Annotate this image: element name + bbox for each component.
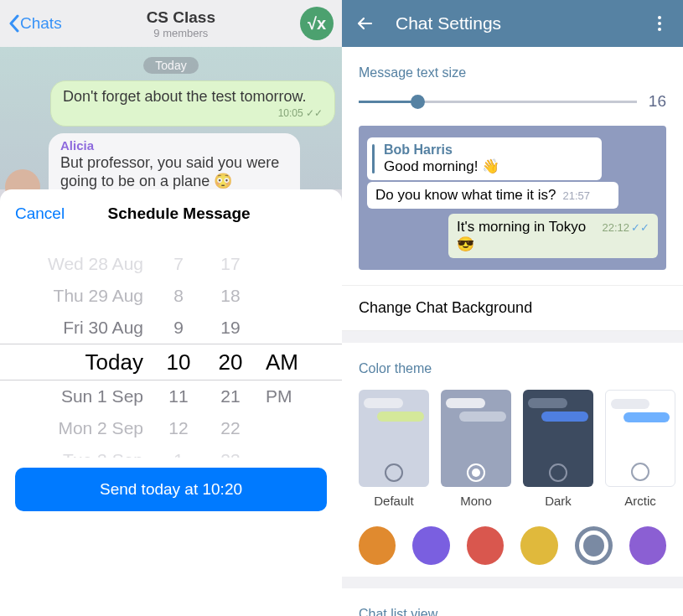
- chat-title-region[interactable]: CS Class 9 members: [65, 8, 297, 39]
- settings-title: Chat Settings: [396, 13, 648, 34]
- themes-row: Default .tp-radio.sel::after{background:…: [342, 381, 683, 515]
- chat-header: Chats CS Class 9 members √x: [0, 0, 342, 47]
- back-button[interactable]: Chats: [8, 14, 62, 33]
- text-size-label: Message text size: [342, 47, 683, 85]
- read-checks-icon: ✓✓: [631, 221, 649, 234]
- chat-title: CS Class: [65, 8, 297, 27]
- preview-line2: Do you know what time it is?: [375, 187, 556, 204]
- slider-thumb[interactable]: [411, 95, 425, 109]
- group-avatar-icon: √x: [308, 14, 326, 34]
- change-background-label: Change Chat Background: [359, 299, 532, 316]
- section-divider: [342, 331, 683, 343]
- chat-subtitle: 9 members: [65, 27, 297, 39]
- preview-time2: 21:57: [562, 189, 590, 202]
- left-pane-ios-schedule: Chats CS Class 9 members √x Today Don't …: [0, 0, 342, 616]
- schedule-sheet: Cancel Schedule Message Wed 28 Aug717 Th…: [0, 189, 342, 616]
- accent-yellow[interactable]: [520, 526, 557, 565]
- datetime-picker[interactable]: Wed 28 Aug717 Thu 29 Aug818 Fri 30 Aug91…: [0, 248, 342, 458]
- theme-name: Default: [359, 494, 429, 508]
- right-pane-android-settings: Chat Settings Message text size 16 Bob H…: [342, 0, 683, 616]
- chat-list-view-label: Chat list view: [342, 588, 683, 616]
- chevron-left-icon: [8, 14, 20, 33]
- sheet-title: Schedule Message: [31, 204, 327, 223]
- date-separator: Today: [143, 57, 198, 74]
- settings-header: Chat Settings: [342, 0, 683, 47]
- preview-line3: It's morning in Tokyo 😎: [457, 219, 597, 253]
- chat-body: Today Don't forget about the test tomorr…: [0, 47, 342, 189]
- theme-mono[interactable]: .tp-radio.sel::after{background:#fff} Mo…: [441, 390, 511, 508]
- more-button[interactable]: [648, 12, 671, 35]
- accent-colors-row: [342, 515, 683, 577]
- send-button-label: Send today at 10:20: [100, 480, 242, 499]
- section-divider: [342, 577, 683, 588]
- message-text: Don't forget about the test tomorrow.: [63, 88, 307, 105]
- text-size-slider[interactable]: [359, 101, 637, 103]
- accent-orange[interactable]: [359, 526, 396, 565]
- preview-sender-name: Bob Harris: [384, 142, 593, 158]
- back-label: Chats: [20, 14, 62, 33]
- more-vertical-icon: [658, 16, 661, 31]
- preview-incoming-message: Do you know what time it is? 21:57: [367, 182, 618, 209]
- svg-point-1: [658, 22, 661, 25]
- preview-outgoing-message: It's morning in Tokyo 😎 22:12 ✓✓: [448, 214, 658, 258]
- theme-name: Mono: [441, 494, 511, 508]
- color-theme-label: Color theme: [342, 343, 683, 381]
- accent-steel-selected[interactable]: [575, 526, 613, 565]
- preview-line1: Good morning! 👋: [384, 158, 593, 175]
- svg-point-0: [658, 16, 661, 19]
- arrow-left-icon: [356, 14, 375, 33]
- change-background-row[interactable]: Change Chat Background: [342, 285, 683, 331]
- message-time: 10:05: [278, 107, 303, 119]
- outgoing-message[interactable]: Don't forget about the test tomorrow. 10…: [50, 80, 335, 127]
- chat-preview: Bob Harris Good morning! 👋 Do you know w…: [359, 126, 666, 270]
- message-sender: Alicia: [60, 138, 288, 153]
- group-avatar[interactable]: √x: [300, 7, 334, 40]
- message-text: But professor, you said you were going t…: [60, 154, 279, 189]
- send-scheduled-button[interactable]: Send today at 10:20: [15, 468, 327, 511]
- accent-purple[interactable]: [412, 526, 449, 565]
- text-size-value: 16: [649, 92, 666, 111]
- preview-time3: 22:12: [602, 221, 629, 234]
- back-button[interactable]: [354, 12, 377, 35]
- accent-violet[interactable]: [629, 526, 666, 565]
- theme-default[interactable]: Default: [359, 390, 429, 508]
- accent-red[interactable]: [467, 526, 504, 565]
- theme-name: Dark: [523, 494, 593, 508]
- theme-dark[interactable]: Dark: [523, 390, 593, 508]
- theme-name: Arctic: [605, 494, 675, 508]
- svg-point-2: [658, 28, 661, 31]
- preview-incoming-reply: Bob Harris Good morning! 👋: [367, 137, 602, 180]
- picker-selected-row: Today1020AM: [0, 344, 342, 380]
- theme-arctic[interactable]: Arctic: [605, 390, 675, 508]
